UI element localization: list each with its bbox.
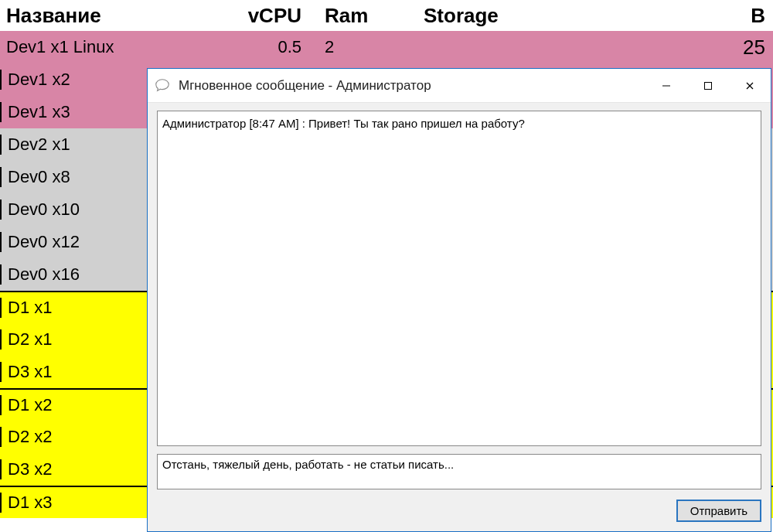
im-titlebar[interactable]: Мгновенное сообщение - Администратор (148, 69, 771, 103)
col-header-ram: Ram (317, 4, 417, 28)
cell-name: Dev1 x1 Linux (0, 37, 216, 57)
cell-name: D3 x2 (0, 459, 145, 479)
col-header-name: Название (0, 4, 216, 28)
cell-name: Dev0 x16 (0, 264, 145, 285)
cell-b: 25 (618, 36, 773, 60)
svg-rect-1 (705, 82, 712, 89)
table-row[interactable]: Dev1 x1 Linux 0.5 2 25 (0, 31, 773, 63)
minimize-button[interactable] (645, 69, 687, 103)
cell-vcpu: 0.5 (216, 37, 317, 57)
im-message-history[interactable]: Администратор [8:47 AM] : Привет! Ты так… (157, 111, 761, 446)
im-button-bar: Отправить (157, 500, 761, 523)
cell-name: D2 x1 (0, 329, 145, 350)
cell-name: Dev2 x1 (0, 135, 145, 155)
speech-bubble-icon (154, 77, 171, 94)
cell-name: Dev0 x10 (0, 200, 145, 220)
maximize-button[interactable] (687, 69, 729, 103)
cell-name: Dev0 x12 (0, 232, 145, 252)
cell-name: Dev0 x8 (0, 167, 145, 187)
cell-name: D1 x2 (0, 395, 145, 415)
col-header-vcpu: vCPU (216, 4, 317, 28)
cell-name: Dev1 x2 (0, 70, 145, 90)
instant-message-window[interactable]: Мгновенное сообщение - Администратор Адм… (147, 68, 771, 532)
table-header-row: Название vCPU Ram Storage B (0, 0, 773, 31)
col-header-b: B (618, 4, 773, 28)
cell-name: D3 x1 (0, 362, 145, 382)
im-input-field[interactable] (157, 454, 761, 489)
close-button[interactable] (729, 69, 771, 103)
cell-ram: 2 (317, 37, 417, 57)
cell-name: Dev1 x3 (0, 102, 145, 122)
send-button[interactable]: Отправить (676, 500, 761, 522)
col-header-storage: Storage (417, 4, 618, 28)
cell-name: D1 x3 (0, 493, 145, 513)
im-message-line: Администратор [8:47 AM] : Привет! Ты так… (162, 117, 525, 130)
im-window-title: Мгновенное сообщение - Администратор (179, 78, 645, 94)
cell-name: D2 x2 (0, 427, 145, 447)
cell-name: D1 x1 (0, 298, 145, 318)
send-button-label: Отправить (690, 504, 747, 517)
im-body: Администратор [8:47 AM] : Привет! Ты так… (148, 103, 771, 531)
